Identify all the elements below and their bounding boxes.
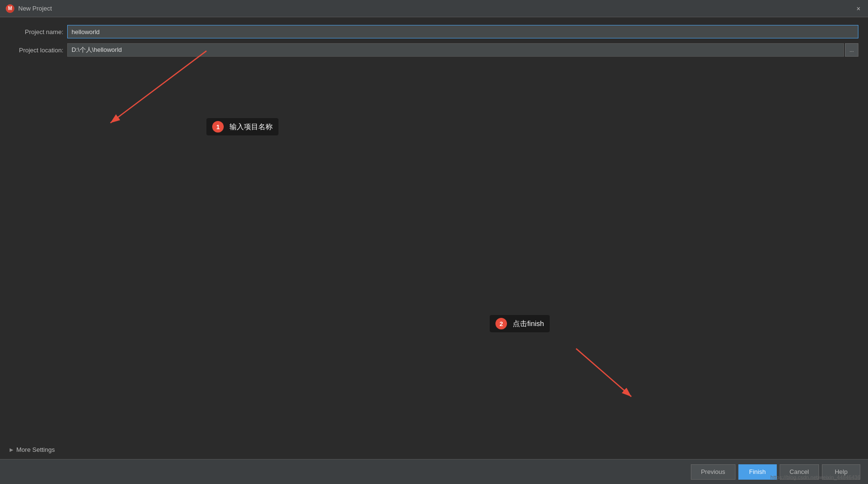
project-location-row: Project location: ... [10, 43, 858, 57]
dialog-body: Project name: Project location: ... ▶ Mo… [0, 17, 868, 459]
annotation-2-tooltip: 2 点击finish [490, 315, 550, 332]
dialog-title: New Project [18, 5, 855, 12]
svg-line-3 [576, 349, 631, 397]
annotation-2-label: 点击finish [513, 319, 544, 327]
more-settings-arrow-icon: ▶ [10, 447, 13, 452]
project-name-label: Project name: [10, 28, 67, 36]
annotation-1-badge: 1 [212, 121, 224, 133]
more-settings-label: More Settings [16, 446, 55, 453]
annotation-1-label: 输入项目名称 [229, 122, 273, 131]
dialog-footer: Previous Finish Cancel Help https://blog… [0, 459, 868, 484]
watermark-text: https://blog.csdn.net/weixin_44846436 [771, 474, 860, 480]
project-name-input[interactable] [67, 25, 858, 38]
app-icon: M [6, 4, 14, 13]
previous-button[interactable]: Previous [691, 464, 735, 480]
project-location-label: Project location: [10, 47, 67, 54]
more-settings-section[interactable]: ▶ More Settings [0, 440, 64, 459]
svg-line-1 [110, 51, 206, 123]
annotation-1-tooltip: 1 输入项目名称 [206, 118, 278, 135]
title-bar: M New Project × [0, 0, 868, 17]
project-name-row: Project name: [10, 25, 858, 38]
annotation-2-badge: 2 [495, 318, 507, 329]
browse-button[interactable]: ... [845, 43, 858, 57]
close-button[interactable]: × [855, 5, 862, 12]
dialog-container: M New Project × Project name: Project lo… [0, 0, 868, 484]
arrow-2-icon [538, 344, 648, 406]
project-location-input[interactable] [67, 43, 844, 57]
